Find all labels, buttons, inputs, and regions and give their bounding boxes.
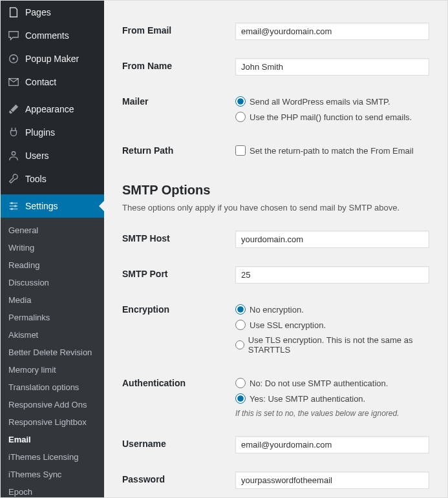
- from-email-input[interactable]: [235, 23, 429, 40]
- auth-yes-option[interactable]: Yes: Use SMTP authentication.: [235, 391, 429, 406]
- encryption-tls-text: Use TLS encryption. This is not the same…: [248, 335, 429, 355]
- username-input[interactable]: [235, 436, 429, 453]
- auth-yes-radio[interactable]: [235, 393, 246, 404]
- sidebar-item-settings[interactable]: Settings: [1, 194, 104, 218]
- sidebar-item-popup-maker[interactable]: Popup Maker: [1, 47, 104, 70]
- sidebar-label: Plugins: [25, 127, 55, 138]
- submenu-item-better-delete-revision[interactable]: Better Delete Revision: [1, 344, 104, 361]
- mailer-php-text: Use the PHP mail() function to send emai…: [250, 112, 412, 122]
- encryption-label: Encryption: [122, 293, 235, 366]
- brush-icon: [7, 103, 20, 116]
- svg-point-6: [11, 208, 14, 211]
- return-path-text: Set the return-path to match the From Em…: [250, 146, 414, 156]
- password-input[interactable]: [235, 472, 429, 489]
- sidebar-label: Popup Maker: [25, 54, 79, 64]
- admin-sidebar: Pages Comments Popup Maker Contact Appea…: [1, 1, 104, 497]
- svg-point-4: [11, 202, 14, 205]
- submenu-item-ithemes-licensing[interactable]: iThemes Licensing: [1, 448, 104, 466]
- encryption-ssl-radio[interactable]: [235, 320, 246, 330]
- auth-no-option[interactable]: No: Do not use SMTP authentication.: [235, 375, 429, 391]
- sidebar-label: Users: [25, 150, 49, 161]
- encryption-none-option[interactable]: No encryption.: [235, 302, 429, 317]
- sidebar-label: Comments: [25, 30, 69, 41]
- mailer-php-option[interactable]: Use the PHP mail() function to send emai…: [235, 109, 429, 125]
- from-name-label: From Name: [122, 49, 235, 85]
- submenu-item-email[interactable]: Email: [1, 431, 104, 448]
- sidebar-item-comments[interactable]: Comments: [1, 24, 104, 47]
- return-path-checkbox[interactable]: [235, 145, 246, 156]
- from-email-label: From Email: [122, 14, 235, 49]
- sidebar-label: Pages: [25, 7, 51, 17]
- from-name-input[interactable]: [235, 58, 429, 76]
- mailer-smtp-option[interactable]: Send all WordPress emails via SMTP.: [235, 94, 429, 109]
- smtp-options-heading: SMTP Options: [122, 183, 429, 198]
- encryption-ssl-text: Use SSL encryption.: [250, 320, 326, 330]
- mailer-smtp-text: Send all WordPress emails via SMTP.: [250, 97, 390, 107]
- sidebar-label: Tools: [25, 174, 47, 184]
- auth-no-text: No: Do not use SMTP authentication.: [250, 379, 388, 388]
- user-icon: [7, 149, 20, 162]
- submenu-item-reading[interactable]: Reading: [1, 256, 104, 274]
- auth-yes-text: Yes: Use SMTP authentication.: [250, 394, 365, 404]
- submenu-item-media[interactable]: Media: [1, 291, 104, 309]
- smtp-port-label: SMTP Port: [122, 257, 235, 293]
- svg-point-3: [12, 152, 15, 155]
- auth-label: Authentication: [122, 366, 235, 427]
- auth-hint: If this is set to no, the values below a…: [235, 409, 429, 418]
- return-path-option[interactable]: Set the return-path to match the From Em…: [235, 143, 429, 158]
- return-path-label: Return Path: [122, 134, 235, 167]
- submenu-item-epoch[interactable]: Epoch: [1, 483, 104, 497]
- sliders-icon: [7, 200, 20, 213]
- plug-icon: [7, 126, 20, 139]
- mail-icon: [7, 76, 20, 88]
- submenu-item-ithemes-sync[interactable]: iThemes Sync: [1, 466, 104, 483]
- sidebar-item-appearance[interactable]: Appearance: [1, 98, 104, 121]
- settings-submenu: General Writing Reading Discussion Media…: [1, 218, 104, 497]
- username-label: Username: [122, 427, 235, 462]
- smtp-port-input[interactable]: [235, 266, 429, 284]
- encryption-none-text: No encryption.: [250, 305, 304, 315]
- sidebar-item-contact[interactable]: Contact: [1, 70, 104, 94]
- smtp-options-desc: These options only apply if you have cho…: [122, 203, 429, 213]
- sidebar-item-users[interactable]: Users: [1, 144, 104, 167]
- sidebar-label: Contact: [25, 77, 56, 87]
- submenu-item-translation-options[interactable]: Translation options: [1, 379, 104, 396]
- encryption-tls-option[interactable]: Use TLS encryption. This is not the same…: [235, 333, 429, 357]
- submenu-item-responsive-addons[interactable]: Responsive Add Ons: [1, 396, 104, 413]
- submenu-item-akismet[interactable]: Akismet: [1, 326, 104, 344]
- encryption-ssl-option[interactable]: Use SSL encryption.: [235, 317, 429, 333]
- pages-icon: [7, 6, 20, 19]
- settings-content: From Email From Name Mailer Send all Wor…: [104, 1, 447, 497]
- mailer-label: Mailer: [122, 85, 235, 134]
- comments-icon: [7, 29, 20, 42]
- sidebar-label: Appearance: [25, 104, 74, 114]
- wrench-icon: [7, 172, 20, 185]
- popup-icon: [7, 52, 20, 65]
- sidebar-item-tools[interactable]: Tools: [1, 167, 104, 191]
- submenu-item-general[interactable]: General: [1, 222, 104, 239]
- mailer-php-radio[interactable]: [235, 112, 246, 122]
- sidebar-item-plugins[interactable]: Plugins: [1, 121, 104, 144]
- submenu-item-permalinks[interactable]: Permalinks: [1, 309, 104, 326]
- sidebar-label: Settings: [25, 201, 58, 211]
- svg-point-5: [14, 205, 17, 207]
- submenu-item-responsive-lightbox[interactable]: Responsive Lightbox: [1, 413, 104, 431]
- encryption-tls-radio[interactable]: [235, 340, 244, 350]
- svg-point-1: [12, 57, 15, 60]
- submenu-item-discussion[interactable]: Discussion: [1, 274, 104, 291]
- mailer-smtp-radio[interactable]: [235, 96, 246, 107]
- auth-no-radio[interactable]: [235, 378, 246, 388]
- smtp-host-label: SMTP Host: [122, 222, 235, 257]
- submenu-item-writing[interactable]: Writing: [1, 239, 104, 256]
- encryption-none-radio[interactable]: [235, 304, 246, 315]
- sidebar-item-pages[interactable]: Pages: [1, 1, 104, 24]
- password-label: Password: [122, 462, 235, 497]
- submenu-item-memory-limit[interactable]: Memory limit: [1, 361, 104, 379]
- smtp-host-input[interactable]: [235, 231, 429, 248]
